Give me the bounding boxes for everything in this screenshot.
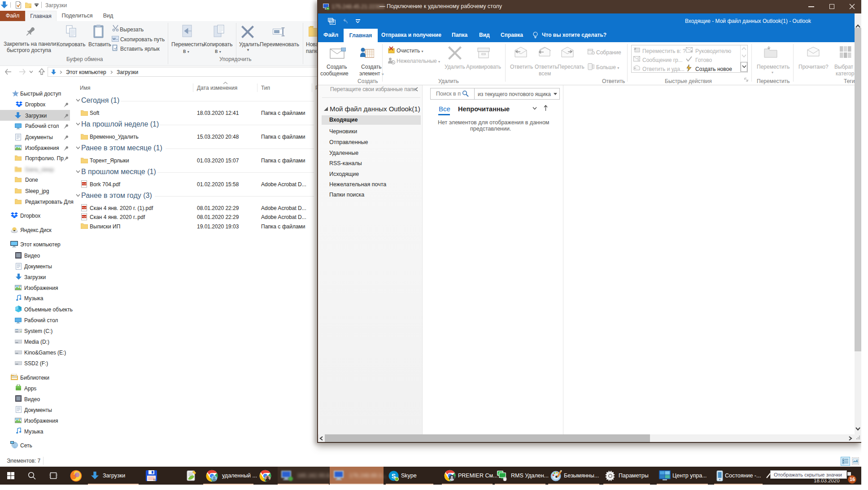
svg-text:PDF: PDF <box>82 183 87 185</box>
svg-text:PDF: PDF <box>82 206 87 209</box>
svg-text:PDF: PDF <box>82 215 87 218</box>
svg-text:51: 51 <box>153 478 156 481</box>
